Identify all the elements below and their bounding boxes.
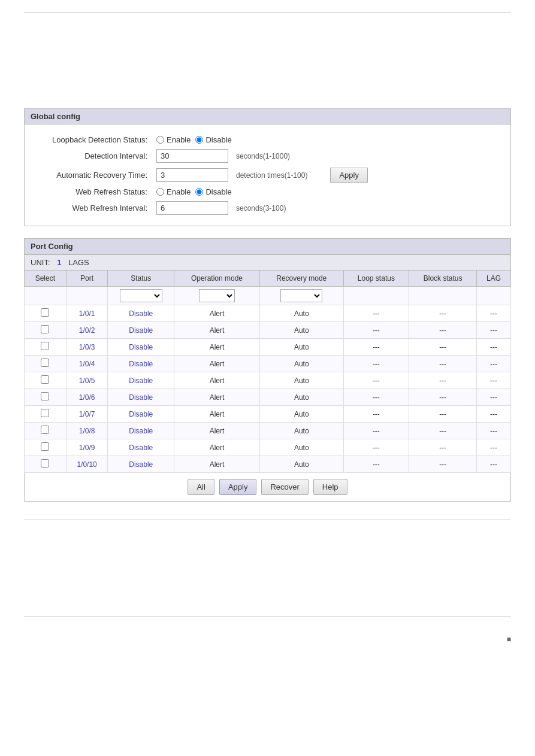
recover-button[interactable]: Recover <box>261 479 308 495</box>
row-block: --- <box>409 339 477 356</box>
row-block: --- <box>409 456 477 473</box>
loopback-disable-radio[interactable] <box>195 136 203 144</box>
detection-interval-hint: seconds(1-1000) <box>236 152 290 160</box>
port-link[interactable]: 1/0/7 <box>79 410 95 418</box>
row-block: --- <box>409 322 477 339</box>
web-refresh-disable-radio[interactable] <box>195 188 203 196</box>
global-config-header: Global config <box>24 108 511 125</box>
row-checkbox[interactable] <box>41 442 49 451</box>
detection-interval-row: Detection Interval: seconds(1-1000) <box>37 149 498 163</box>
web-refresh-interval-input[interactable] <box>156 201 228 215</box>
auto-recovery-input[interactable] <box>156 168 228 182</box>
col-status: Status <box>108 271 174 287</box>
port-link[interactable]: 1/0/9 <box>79 444 95 452</box>
row-status: Disable <box>108 406 174 423</box>
row-lag: --- <box>477 389 511 406</box>
unit-number: 1 <box>57 258 61 267</box>
table-row: 1/0/1 Disable Alert Auto --- --- --- <box>25 305 511 322</box>
row-recovery: Auto <box>259 305 343 322</box>
row-block: --- <box>409 372 477 389</box>
row-lag: --- <box>477 439 511 456</box>
apply-button[interactable]: Apply <box>219 479 257 495</box>
filter-recovery-cell: Auto Manual <box>259 287 343 305</box>
row-checkbox[interactable] <box>41 308 49 317</box>
filter-recovery-select[interactable]: Auto Manual <box>280 289 322 302</box>
filter-lag-cell <box>477 287 511 305</box>
row-operation: Alert <box>174 305 260 322</box>
row-checkbox[interactable] <box>41 459 49 467</box>
row-select-cell <box>25 456 67 473</box>
row-loop: --- <box>343 339 409 356</box>
web-refresh-enable-radio[interactable] <box>156 188 164 196</box>
row-operation: Alert <box>174 406 260 423</box>
port-link[interactable]: 1/0/4 <box>79 360 95 368</box>
row-checkbox[interactable] <box>41 392 49 400</box>
row-operation: Alert <box>174 423 260 439</box>
row-block: --- <box>409 423 477 439</box>
row-loop: --- <box>343 305 409 322</box>
loopback-status-row: Loopback Detection Status: Enable Disabl… <box>37 135 498 144</box>
loopback-enable-label[interactable]: Enable <box>156 135 191 144</box>
row-loop: --- <box>343 456 409 473</box>
row-recovery: Auto <box>259 389 343 406</box>
port-link[interactable]: 1/0/6 <box>79 393 95 402</box>
row-select-cell <box>25 322 67 339</box>
filter-status-select[interactable]: Enable Disable <box>120 289 162 302</box>
web-refresh-interval-control: seconds(3-100) <box>156 201 286 215</box>
port-link[interactable]: 1/0/8 <box>79 427 95 435</box>
unit-label: UNIT: <box>31 258 50 267</box>
col-loop-status: Loop status <box>343 271 409 287</box>
port-link[interactable]: 1/0/1 <box>79 309 95 318</box>
port-config-header: Port Config <box>24 238 511 254</box>
filter-row: Enable Disable Alert Block <box>25 287 511 305</box>
loopback-enable-radio[interactable] <box>156 136 164 144</box>
detection-interval-input[interactable] <box>156 149 228 163</box>
row-recovery: Auto <box>259 423 343 439</box>
port-link[interactable]: 1/0/3 <box>79 343 95 351</box>
web-refresh-status-label: Web Refresh Status: <box>37 187 156 196</box>
row-checkbox[interactable] <box>41 342 49 350</box>
row-checkbox[interactable] <box>41 409 49 417</box>
row-checkbox[interactable] <box>41 359 49 367</box>
row-select-cell <box>25 389 67 406</box>
col-operation-mode: Operation mode <box>174 271 260 287</box>
row-recovery: Auto <box>259 339 343 356</box>
filter-operation-select[interactable]: Alert Block <box>199 289 235 302</box>
row-recovery: Auto <box>259 406 343 423</box>
table-row: 1/0/3 Disable Alert Auto --- --- --- <box>25 339 511 356</box>
row-status: Disable <box>108 339 174 356</box>
web-refresh-disable-label[interactable]: Disable <box>195 187 231 196</box>
row-select-cell <box>25 356 67 372</box>
auto-recovery-hint: detection times(1-100) <box>236 171 307 180</box>
col-port: Port <box>66 271 108 287</box>
row-checkbox[interactable] <box>41 426 49 434</box>
global-apply-button[interactable]: Apply <box>330 168 368 183</box>
all-button[interactable]: All <box>188 479 214 495</box>
port-config-title: Port Config <box>31 242 73 251</box>
web-refresh-status-row: Web Refresh Status: Enable Disable <box>37 187 498 196</box>
unit-lags: LAGS <box>68 258 89 267</box>
port-link[interactable]: 1/0/10 <box>77 460 96 469</box>
port-link[interactable]: 1/0/5 <box>79 377 95 385</box>
table-row: 1/0/5 Disable Alert Auto --- --- --- <box>25 372 511 389</box>
row-checkbox[interactable] <box>41 325 49 333</box>
web-refresh-enable-label[interactable]: Enable <box>156 187 191 196</box>
loopback-disable-label[interactable]: Disable <box>195 135 231 144</box>
help-button[interactable]: Help <box>313 479 347 495</box>
global-config-section: Global config Loopback Detection Status:… <box>24 108 511 226</box>
row-select-cell <box>25 423 67 439</box>
table-row: 1/0/10 Disable Alert Auto --- --- --- <box>25 456 511 473</box>
row-port: 1/0/8 <box>66 423 108 439</box>
row-lag: --- <box>477 456 511 473</box>
row-block: --- <box>409 356 477 372</box>
row-loop: --- <box>343 406 409 423</box>
row-port: 1/0/9 <box>66 439 108 456</box>
port-link[interactable]: 1/0/2 <box>79 326 95 335</box>
row-port: 1/0/4 <box>66 356 108 372</box>
row-status: Disable <box>108 305 174 322</box>
row-select-cell <box>25 305 67 322</box>
row-loop: --- <box>343 372 409 389</box>
row-lag: --- <box>477 406 511 423</box>
row-checkbox[interactable] <box>41 375 49 384</box>
filter-port-cell <box>66 287 108 305</box>
